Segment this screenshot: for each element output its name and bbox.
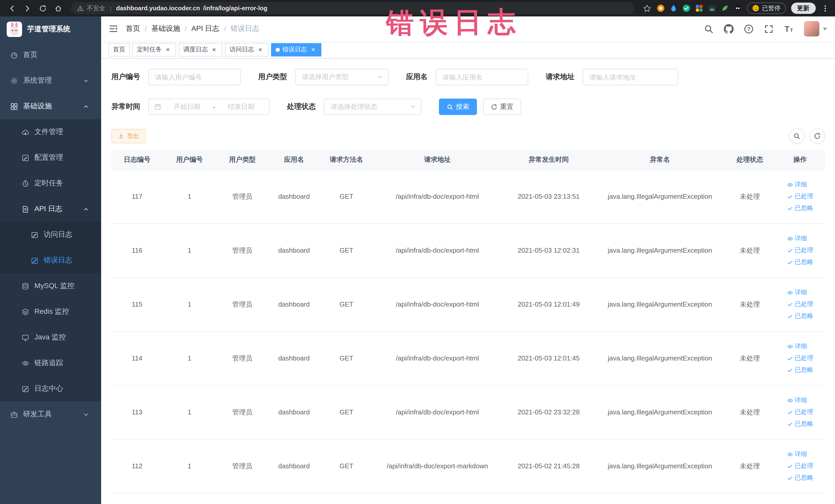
cell-url: /api/infra/db-doc/export-html (373, 223, 502, 277)
detail-link[interactable]: 详细 (787, 180, 807, 189)
breadcrumb-item[interactable]: 首页 (126, 24, 140, 33)
paused-extension-badge[interactable]: 已暂停 (747, 3, 786, 14)
dark-extension-icon[interactable] (733, 4, 741, 12)
sidebar-item[interactable]: 错误日志 (0, 247, 101, 273)
sidebar-item[interactable]: 研发工具 (0, 402, 101, 427)
fullscreen-button[interactable] (763, 24, 773, 34)
processed-link[interactable]: 已处理 (787, 192, 813, 201)
detail-link[interactable]: 详细 (787, 450, 807, 459)
user-type-select[interactable]: 请选择用户类型 (295, 69, 389, 85)
processed-link[interactable]: 已处理 (787, 354, 813, 363)
search-button[interactable] (704, 24, 713, 34)
tab[interactable]: 首页 (108, 43, 130, 56)
process-status-select[interactable]: 请选择处理状态 (324, 99, 422, 115)
cell-exception: java.lang.IllegalArgumentException (596, 385, 724, 439)
detail-link[interactable]: 详细 (787, 288, 807, 297)
sidebar-item[interactable]: 文件管理 (0, 119, 101, 145)
ignored-link[interactable]: 已忽略 (787, 258, 813, 266)
sidebar-item[interactable]: 定时任务 (0, 170, 101, 196)
orange-extension-icon[interactable] (656, 4, 665, 12)
detail-link[interactable]: 详细 (787, 342, 807, 351)
request-url-input[interactable] (583, 69, 678, 85)
check-icon (787, 259, 793, 265)
sidebar-item[interactable]: 系统管理 (0, 68, 101, 94)
user-type-label: 用户类型 (258, 73, 287, 82)
breadcrumb-item[interactable]: API 日志 (191, 24, 220, 33)
app-logo[interactable]: 芋道管理系统 (0, 16, 101, 42)
close-icon[interactable]: × (257, 46, 264, 53)
ignored-link[interactable]: 已忽略 (787, 420, 813, 428)
processed-link[interactable]: 已处理 (787, 408, 813, 417)
sidebar-item[interactable]: MySQL 监控 (0, 273, 101, 299)
tab[interactable]: 错误日志× (271, 43, 321, 56)
sidebar-item[interactable]: 首页 (0, 42, 101, 68)
svg-text:T: T (790, 27, 793, 33)
sidebar-item[interactable]: Redis 监控 (0, 299, 101, 324)
reload-button[interactable] (36, 2, 49, 15)
sidebar-item[interactable]: 基础设施 (0, 94, 101, 119)
forward-icon (23, 4, 31, 12)
ignored-link[interactable]: 已忽略 (787, 204, 813, 213)
sidebar-toggle-button[interactable] (101, 16, 126, 41)
refresh-table-button[interactable] (809, 128, 825, 144)
browser-menu-button[interactable] (821, 3, 830, 14)
user-type-filter: 用户类型 请选择用户类型 (258, 69, 389, 85)
cell-app-name: dashboard (268, 439, 320, 493)
back-button[interactable] (5, 2, 19, 15)
user-menu[interactable] (804, 21, 827, 37)
ignored-link[interactable]: 已忽略 (787, 312, 813, 320)
export-button[interactable]: 导出 (111, 129, 146, 143)
close-icon[interactable]: × (164, 46, 171, 53)
home-button[interactable] (51, 2, 65, 15)
check-icon (787, 409, 793, 415)
toggle-search-button[interactable] (789, 128, 804, 144)
grid-extension-icon[interactable] (695, 4, 703, 12)
green-check-extension-icon[interactable] (682, 4, 690, 12)
leaf-extension-icon[interactable] (720, 4, 729, 12)
column-header: 用户编号 (163, 150, 216, 169)
chrome-update-button[interactable]: 更新 (791, 3, 815, 14)
sidebar-item[interactable]: API 日志 (0, 196, 101, 222)
drop-extension-icon[interactable] (669, 4, 677, 12)
on-badge-extension-icon[interactable]: on (708, 4, 716, 12)
question-button[interactable]: ? (744, 24, 753, 34)
font-size-button[interactable]: TT (784, 24, 793, 34)
request-url-label: 请求地址 (546, 73, 574, 82)
ignored-link[interactable]: 已忽略 (787, 366, 813, 374)
forward-button[interactable] (21, 2, 34, 15)
ignored-link[interactable]: 已忽略 (787, 473, 813, 482)
cell-method: GET (320, 277, 373, 331)
paused-label: 已暂停 (762, 4, 780, 13)
sidebar-item[interactable]: 日志中心 (0, 376, 101, 402)
close-icon[interactable]: × (210, 46, 218, 53)
sidebar-item[interactable]: Java 监控 (0, 324, 101, 350)
reset-button[interactable]: 重置 (483, 99, 521, 115)
app-name-input[interactable] (436, 69, 528, 85)
sidebar-item-label: 配置管理 (34, 153, 94, 162)
action-label: 已处理 (795, 354, 813, 363)
cell-actions: 详细已处理已忽略 (775, 277, 825, 331)
user-id-input[interactable] (148, 69, 241, 85)
sidebar-item[interactable]: 链路追踪 (0, 350, 101, 376)
search-button[interactable]: 搜索 (439, 99, 477, 115)
breadcrumb-item[interactable]: 基础设施 (151, 24, 180, 33)
cell-url: /api/infra/db-doc/export-html (373, 331, 502, 385)
tab[interactable]: 调度日志× (179, 43, 222, 56)
sidebar-item[interactable]: 配置管理 (0, 145, 101, 170)
processed-link[interactable]: 已处理 (787, 300, 813, 309)
github-button[interactable] (724, 24, 733, 34)
detail-link[interactable]: 详细 (787, 234, 807, 243)
bookmark-star-icon[interactable] (643, 4, 651, 13)
tab[interactable]: 访问日志× (225, 43, 268, 56)
processed-link[interactable]: 已处理 (787, 462, 813, 470)
exception-time-range-picker[interactable]: 开始日期 - 结束日期 (148, 99, 269, 115)
address-bar[interactable]: 不安全 | dashboard.yudao.iocoder.cn/infra/l… (71, 2, 634, 14)
sidebar-item[interactable]: 访问日志 (0, 222, 101, 247)
cell-app-name: dashboard (268, 223, 320, 277)
close-icon[interactable]: × (309, 46, 317, 53)
processed-link[interactable]: 已处理 (787, 246, 813, 255)
user-id-label: 用户编号 (111, 73, 140, 82)
sidebar-item-label: 访问日志 (44, 230, 94, 239)
detail-link[interactable]: 详细 (787, 396, 807, 405)
tab[interactable]: 定时任务× (133, 43, 176, 56)
